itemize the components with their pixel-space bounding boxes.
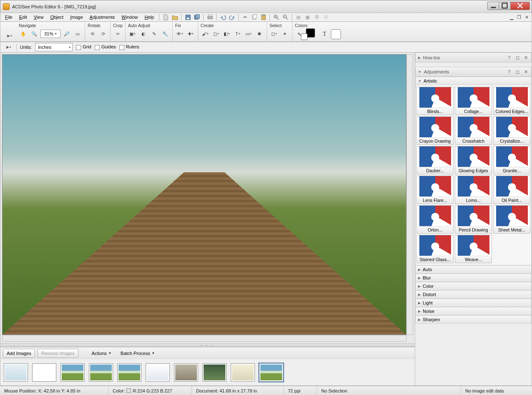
auto-levels-icon[interactable]: ▣ — [128, 29, 137, 38]
menu-object[interactable]: Object — [47, 14, 66, 20]
guides-checkbox[interactable]: Guides — [95, 44, 116, 50]
auto-color-icon[interactable]: ✎ — [150, 29, 159, 38]
zoom-fit-icon[interactable]: 🔎 — [62, 29, 71, 38]
section-noise[interactable]: ▶Noise — [415, 307, 532, 315]
crop-tool-icon[interactable]: ✂ — [113, 29, 122, 38]
cut-icon[interactable]: ✂ — [241, 13, 249, 21]
window-maximize-button[interactable] — [499, 2, 511, 10]
align-center-icon[interactable]: ▦ — [303, 13, 312, 21]
effect-sheet-metal[interactable]: Sheet Metal... — [493, 205, 530, 234]
section-light[interactable]: ▶Light — [415, 299, 532, 307]
heal-tool-icon[interactable]: ✚ — [186, 29, 195, 38]
window-close-button[interactable] — [511, 2, 530, 10]
auto-fix-icon[interactable]: 🔧 — [161, 29, 170, 38]
window-minimize-button[interactable] — [487, 2, 499, 10]
batch-process-dropdown[interactable]: Batch Process ▼ — [117, 349, 158, 358]
distribute-h-icon[interactable]: ⦿ — [313, 13, 321, 21]
effect-lomo[interactable]: Lomo... — [455, 176, 492, 204]
effect-lens-flare[interactable]: Lens Flare... — [416, 176, 454, 204]
image-canvas[interactable] — [2, 54, 406, 335]
effect-pencil-drawing[interactable]: Pencil Drawing — [455, 205, 492, 234]
howtos-panel-header[interactable]: ▶ How-tos ? ◻ ✕ — [415, 53, 532, 63]
text-color-icon[interactable]: T — [320, 30, 329, 39]
pointer-tool-icon[interactable]: ➤ — [5, 31, 14, 40]
menu-file[interactable]: File — [2, 14, 15, 20]
paste-icon[interactable] — [259, 13, 267, 21]
zoom-level-combo[interactable]: 31%▾ — [40, 30, 61, 38]
menu-edit[interactable]: Edit — [16, 14, 30, 20]
panel-help-icon[interactable]: ? — [506, 55, 512, 60]
zoom-in-icon[interactable] — [272, 13, 280, 21]
vertical-scrollbar[interactable] — [406, 54, 413, 335]
filmstrip-thumb[interactable] — [117, 363, 141, 382]
tool-mode-icon[interactable]: ➤ — [4, 43, 13, 52]
menu-window[interactable]: Window — [119, 14, 141, 20]
panel-pin-icon[interactable]: ◻ — [514, 69, 520, 75]
effect-colored-edges[interactable]: Colored Edges... — [493, 87, 530, 115]
filmstrip-thumb[interactable] — [146, 363, 170, 382]
effect-crosshatch[interactable]: Crosshatch — [455, 116, 492, 145]
filmstrip-thumb[interactable] — [231, 363, 255, 382]
effect-weave[interactable]: Weave... — [455, 235, 492, 263]
stamp-tool-icon[interactable]: ✱ — [255, 29, 264, 38]
horizontal-scrollbar[interactable] — [2, 335, 406, 342]
filmstrip-thumb[interactable] — [61, 363, 85, 382]
add-images-button[interactable]: Add Images — [3, 349, 35, 358]
open-icon[interactable] — [171, 13, 179, 21]
menu-view[interactable]: View — [31, 14, 47, 20]
align-left-icon[interactable]: ▤ — [294, 13, 303, 21]
background-color-swatch[interactable] — [301, 33, 308, 40]
rulers-checkbox[interactable]: Rulers — [119, 44, 139, 50]
section-auto[interactable]: ▶Auto — [415, 265, 532, 274]
panel-pin-icon[interactable]: ◻ — [514, 55, 520, 60]
hand-tool-icon[interactable]: ✋ — [19, 29, 28, 38]
filmstrip-thumb[interactable] — [174, 363, 198, 382]
mdi-close-button[interactable]: ✕ — [523, 14, 530, 20]
save-icon[interactable] — [184, 13, 192, 21]
menu-adjustments[interactable]: Adjustments — [87, 14, 118, 20]
frame-tool-icon[interactable]: ▭ — [244, 29, 253, 38]
magic-wand-icon[interactable]: ✦ — [280, 29, 290, 38]
zoom-out-icon[interactable] — [281, 13, 290, 21]
menu-help[interactable]: Help — [141, 14, 157, 20]
menu-image[interactable]: Image — [67, 14, 86, 20]
copy-icon[interactable] — [250, 13, 258, 21]
panel-close-icon[interactable]: ✕ — [523, 55, 529, 60]
artistic-section-header[interactable]: ▼ Artistic — [415, 77, 532, 85]
new-icon[interactable] — [161, 13, 170, 21]
remove-images-button[interactable]: Remove Images — [38, 349, 78, 358]
zoom-actual-icon[interactable]: ▭ — [73, 29, 82, 38]
fill-color-swatch[interactable] — [331, 29, 341, 39]
marquee-tool-icon[interactable]: ◻ — [270, 29, 279, 38]
rotate-left-icon[interactable]: ⟲ — [88, 29, 97, 38]
filmstrip-thumb[interactable] — [4, 363, 28, 382]
effect-orton[interactable]: Orton... — [416, 205, 454, 234]
panel-close-icon[interactable]: ✕ — [523, 69, 529, 75]
brush-tool-icon[interactable]: 🖌 — [201, 29, 210, 38]
distribute-v-icon[interactable]: ⦾ — [322, 13, 330, 21]
eraser-tool-icon[interactable]: ◧ — [222, 29, 232, 38]
panel-help-icon[interactable]: ? — [506, 69, 512, 74]
effect-crystallize[interactable]: Crystallize... — [493, 116, 530, 145]
actions-dropdown[interactable]: Actions ▼ — [88, 349, 115, 358]
effect-stained-glass[interactable]: Stained Glass... — [416, 235, 454, 263]
effect-blinds[interactable]: Blinds... — [416, 87, 454, 115]
save-all-icon[interactable] — [193, 13, 201, 21]
filmstrip-thumb-selected[interactable] — [259, 363, 283, 382]
section-sharpen[interactable]: ▶Sharpen — [415, 315, 532, 324]
filmstrip-splitter[interactable]: • • • — [0, 343, 415, 347]
print-icon[interactable] — [206, 13, 214, 21]
mdi-restore-button[interactable]: ❐ — [516, 14, 522, 20]
filmstrip-thumb[interactable] — [32, 363, 56, 382]
adjustments-panel-header[interactable]: ▼ Adjustments ? ◻ ✕ — [415, 67, 532, 77]
filmstrip-thumb[interactable] — [89, 363, 113, 382]
undo-icon[interactable] — [219, 13, 227, 21]
effect-crayon-drawing[interactable]: Crayon Drawing — [416, 116, 454, 145]
redo-icon[interactable] — [228, 13, 236, 21]
effect-oil-paint[interactable]: Oil Paint... — [493, 176, 530, 204]
section-distort[interactable]: ▶Distort — [415, 290, 532, 299]
units-combo[interactable]: inches — [35, 43, 73, 51]
effect-collage[interactable]: Collage... — [455, 87, 492, 115]
grid-checkbox[interactable]: Grid — [76, 44, 91, 50]
effect-dauber[interactable]: Dauber... — [416, 146, 454, 174]
